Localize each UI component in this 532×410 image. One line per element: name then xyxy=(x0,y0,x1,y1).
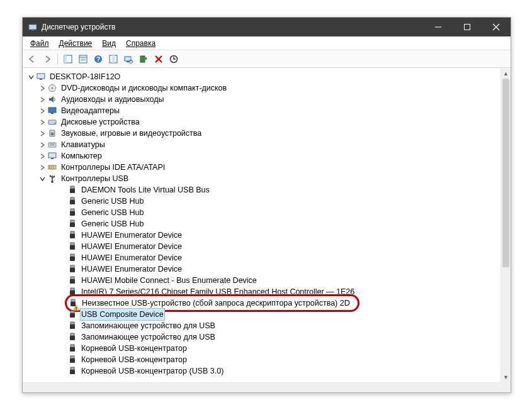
device-tree[interactable]: DESKTOP-18IF12ODVD-дисководы и дисководы… xyxy=(23,69,501,382)
svg-rect-15 xyxy=(112,55,115,63)
expand-icon[interactable] xyxy=(38,163,47,172)
svg-rect-36 xyxy=(48,153,56,158)
tree-node-label: Generic USB Hub xyxy=(80,207,145,218)
svg-rect-51 xyxy=(70,211,75,216)
action-button[interactable] xyxy=(106,52,120,66)
category-computer[interactable]: Компьютер xyxy=(26,150,501,162)
scroll-thumb[interactable] xyxy=(502,79,509,267)
device-node[interactable]: HUAWEI Enumerator Device xyxy=(26,252,501,263)
scroll-corner xyxy=(501,382,511,392)
tree-node-label: Компьютер xyxy=(60,150,103,162)
nav-forward-button[interactable] xyxy=(40,52,54,66)
toolbar-separator xyxy=(57,53,58,65)
device-node[interactable]: DAEMON Tools Lite Virtual USB Bus xyxy=(26,184,501,196)
close-button[interactable] xyxy=(482,18,511,36)
device-node[interactable]: Запоминающее устройство для USB xyxy=(26,320,501,331)
device-node[interactable]: Корневой USB-концентратор xyxy=(26,343,501,354)
menu-file[interactable]: Файл xyxy=(25,38,54,49)
svg-rect-19 xyxy=(140,56,145,62)
svg-rect-52 xyxy=(71,220,74,223)
svg-rect-50 xyxy=(71,209,74,211)
help-button[interactable]: ? xyxy=(91,52,105,66)
svg-rect-71 xyxy=(70,313,75,318)
collapse-icon[interactable] xyxy=(26,72,35,81)
scroll-down-arrow-icon[interactable]: ▼ xyxy=(501,372,511,382)
expand-icon[interactable] xyxy=(38,152,47,160)
expand-icon[interactable] xyxy=(38,106,47,115)
device-node[interactable]: Generic USB Hub xyxy=(26,196,501,207)
collapse-icon[interactable] xyxy=(38,174,47,183)
svg-rect-56 xyxy=(71,243,74,245)
svg-rect-64 xyxy=(71,288,74,291)
tree-node-label: Корневой USB-концентратор xyxy=(80,343,188,354)
category-video[interactable]: Видеоадаптеры xyxy=(26,105,501,116)
svg-rect-78 xyxy=(71,356,74,358)
usb-device-icon xyxy=(67,366,77,376)
menu-help[interactable]: Справка xyxy=(121,38,161,49)
usb-device-icon xyxy=(68,298,78,308)
device-node[interactable]: HUAWEI Mobile Connect - Bus Enumerate De… xyxy=(26,275,501,286)
speaker-icon xyxy=(47,128,57,138)
category-disk[interactable]: Дисковые устройства xyxy=(26,116,501,128)
expand-icon[interactable] xyxy=(38,84,47,92)
usb-icon xyxy=(47,174,57,184)
category-ide[interactable]: Контроллеры IDE ATA/ATAPI xyxy=(26,162,501,173)
scan-hardware-button[interactable] xyxy=(122,52,135,66)
category-dvd[interactable]: DVD-дисководы и дисководы компакт-дисков xyxy=(26,82,501,94)
usb-device-icon xyxy=(67,241,77,252)
scroll-up-arrow-icon[interactable]: ▲ xyxy=(501,69,511,79)
svg-rect-48 xyxy=(71,197,74,200)
expand-icon[interactable] xyxy=(38,129,47,138)
menubar: Файл Действие Вид Справка xyxy=(23,36,511,50)
device-node[interactable]: Корневой USB-концентратор (USB 3.0) xyxy=(26,365,501,377)
svg-rect-7 xyxy=(64,55,67,63)
category-keyboard[interactable]: Клавиатуры xyxy=(26,139,501,150)
add-legacy-hardware-button[interactable] xyxy=(137,52,150,66)
category-usb[interactable]: Контроллеры USB xyxy=(26,173,501,184)
svg-rect-80 xyxy=(71,367,74,370)
device-node[interactable]: Generic USB Hub xyxy=(26,218,501,230)
usb-device-icon xyxy=(67,208,77,218)
device-node[interactable]: Неизвестное USB-устройство (сбой запроса… xyxy=(26,297,501,309)
minimize-button[interactable] xyxy=(424,18,453,36)
computer-icon xyxy=(36,72,46,82)
usb-device-icon xyxy=(67,355,77,365)
tree-node-label: Контроллеры IDE ATA/ATAPI xyxy=(60,162,166,173)
show-hide-tree-button[interactable] xyxy=(61,52,75,66)
device-node[interactable]: Generic USB Hub xyxy=(26,207,501,218)
usb-device-icon xyxy=(67,185,77,195)
expand-icon[interactable] xyxy=(38,95,47,104)
nav-back-button[interactable] xyxy=(25,52,39,66)
device-node[interactable]: HUAWEI Enumerator Device xyxy=(26,241,501,252)
vertical-scrollbar[interactable]: ▲ ▼ xyxy=(501,69,511,382)
svg-rect-3 xyxy=(465,25,470,30)
tree-root[interactable]: DESKTOP-18IF12O xyxy=(26,71,501,82)
titlebar[interactable]: Диспетчер устройств xyxy=(23,18,511,36)
expand-icon[interactable] xyxy=(38,118,47,126)
usb-device-icon xyxy=(67,230,77,240)
category-sound[interactable]: Звуковые, игровые и видеоустройства xyxy=(26,128,501,139)
svg-rect-46 xyxy=(71,186,74,189)
device-node[interactable]: Корневой USB-концентратор xyxy=(26,354,501,365)
tree-node-label: Аудиовходы и аудиовыходы xyxy=(60,94,165,105)
svg-rect-62 xyxy=(71,277,74,279)
device-node[interactable]: Запоминающее устройство для USB xyxy=(26,331,501,343)
category-audio[interactable]: Аудиовходы и аудиовыходы xyxy=(26,94,501,105)
svg-rect-70 xyxy=(71,311,74,313)
tree-node-label: DVD-дисководы и дисководы компакт-дисков xyxy=(60,82,228,94)
menu-action[interactable]: Действие xyxy=(54,38,98,49)
properties-button[interactable] xyxy=(76,52,90,66)
update-driver-button[interactable] xyxy=(167,52,181,66)
tree-node-label: Запоминающее устройство для USB xyxy=(80,320,217,331)
app-icon xyxy=(28,22,38,32)
expand-icon[interactable] xyxy=(38,140,47,149)
horizontal-scrollbar[interactable] xyxy=(23,382,501,392)
device-node[interactable]: HUAWEI Enumerator Device xyxy=(26,263,501,275)
tree-node-label: HUAWEI Enumerator Device xyxy=(80,252,183,263)
uninstall-device-button[interactable] xyxy=(152,52,166,66)
tree-node-label: HUAWEI Enumerator Device xyxy=(80,230,183,241)
maximize-button[interactable] xyxy=(453,18,482,36)
menu-view[interactable]: Вид xyxy=(97,38,121,49)
svg-rect-79 xyxy=(70,358,75,363)
device-node[interactable]: HUAWEI Enumerator Device xyxy=(26,230,501,241)
